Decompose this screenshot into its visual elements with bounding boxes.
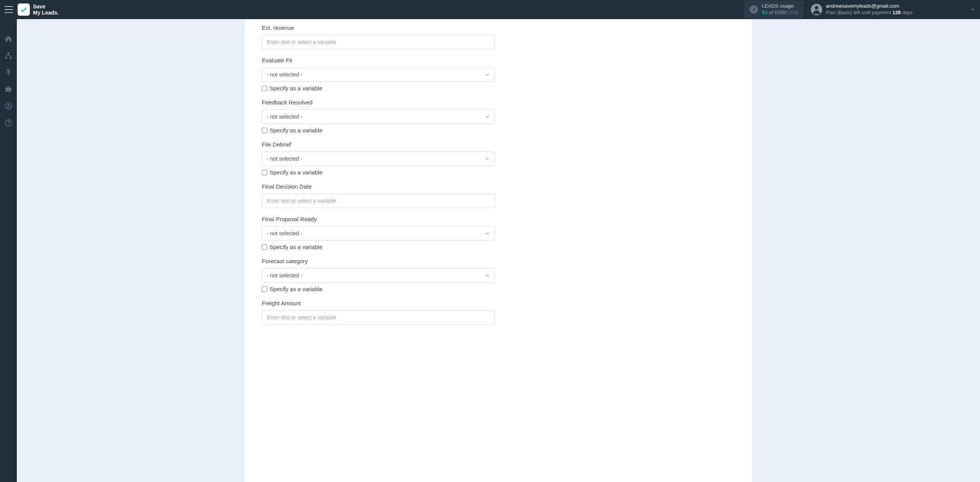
specify-variable-checkbox-feedback_resolved[interactable]	[262, 128, 267, 133]
user-email: andrewsavemyleads@gmail.com	[826, 3, 913, 10]
specify-variable-row-feedback_resolved: Specify as a variable	[262, 127, 495, 134]
input-est_revenue[interactable]	[262, 35, 495, 49]
sitemap-icon	[5, 52, 12, 59]
sidebar-item-connections[interactable]	[4, 51, 13, 60]
specify-variable-label-final_proposal[interactable]: Specify as a variable	[270, 244, 322, 250]
usage-label: LEADS usage:	[762, 3, 798, 10]
input-final_decision[interactable]	[262, 194, 495, 208]
field-label-forecast_cat: Forecast category	[262, 258, 495, 264]
svg-point-6	[8, 104, 10, 106]
field-final_proposal: Final Proposal Ready- not selected -Spec…	[262, 216, 495, 250]
logo-mark	[18, 3, 30, 16]
page: Est. revenueEvaluate Fit- not selected -…	[17, 0, 980, 482]
svg-rect-3	[10, 57, 11, 59]
svg-rect-2	[5, 57, 7, 59]
input-freight_amount[interactable]	[262, 310, 495, 325]
top-navbar: Save My Leads. i LEADS usage: 53 of 5'00…	[0, 0, 980, 19]
specify-variable-checkbox-file_debrief[interactable]	[262, 170, 267, 175]
field-forecast_cat: Forecast category- not selected -Specify…	[262, 258, 495, 292]
specify-variable-checkbox-forecast_cat[interactable]	[262, 287, 267, 292]
chevron-down-icon	[970, 7, 975, 12]
user-text: andrewsavemyleads@gmail.com Plan |Basic|…	[826, 3, 913, 16]
hamburger-menu[interactable]	[5, 6, 13, 13]
field-file_debrief: File Debrief- not selected -Specify as a…	[262, 141, 495, 176]
plan-days: 128	[892, 10, 901, 15]
plan-name: Basic	[839, 10, 851, 15]
field-label-final_decision: Final Decision Date	[262, 183, 495, 190]
usage-text: LEADS usage: 53 of 5'000 (1%)	[762, 3, 798, 16]
specify-variable-label-file_debrief[interactable]: Specify as a variable	[270, 169, 322, 176]
svg-point-0	[815, 6, 818, 10]
select-forecast_cat[interactable]: - not selected -	[262, 268, 495, 283]
specify-variable-row-final_proposal: Specify as a variable	[262, 244, 495, 250]
field-label-evaluate_fit: Evaluate Fit	[262, 57, 495, 64]
field-est_revenue: Est. revenue	[262, 24, 495, 49]
field-evaluate_fit: Evaluate Fit- not selected -Specify as a…	[262, 57, 495, 91]
plan-prefix: Plan |	[826, 10, 839, 15]
content-card: Est. revenueEvaluate Fit- not selected -…	[245, 19, 752, 482]
select-final_proposal[interactable]: - not selected -	[262, 226, 495, 241]
user-icon	[811, 4, 822, 15]
brand-line-2: My Leads.	[33, 10, 59, 16]
sidebar-item-work[interactable]	[4, 85, 13, 93]
select-wrap-final_proposal: - not selected -	[262, 226, 495, 241]
specify-variable-label-forecast_cat[interactable]: Specify as a variable	[270, 286, 322, 292]
form-block: Est. revenueEvaluate Fit- not selected -…	[262, 24, 495, 325]
sidebar-item-billing[interactable]	[4, 68, 13, 77]
specify-variable-row-forecast_cat: Specify as a variable	[262, 286, 495, 292]
svg-rect-4	[6, 88, 11, 92]
usage-max: 5'000	[774, 10, 786, 15]
home-icon	[5, 35, 12, 42]
field-label-freight_amount: Freight Amount	[262, 300, 495, 306]
briefcase-icon	[5, 85, 12, 93]
sidebar-item-account[interactable]	[4, 102, 13, 110]
select-wrap-feedback_resolved: - not selected -	[262, 109, 495, 124]
question-icon	[5, 119, 12, 127]
plan-days-suffix: days	[901, 10, 913, 15]
select-wrap-forecast_cat: - not selected -	[262, 268, 495, 283]
field-label-est_revenue: Est. revenue	[262, 24, 495, 31]
select-feedback_resolved[interactable]: - not selected -	[262, 109, 495, 124]
leads-usage-pill[interactable]: i LEADS usage: 53 of 5'000 (1%)	[744, 1, 804, 18]
field-feedback_resolved: Feedback Resolved- not selected -Specify…	[262, 99, 495, 134]
select-wrap-evaluate_fit: - not selected -	[262, 67, 495, 82]
select-evaluate_fit[interactable]: - not selected -	[262, 67, 495, 82]
field-freight_amount: Freight Amount	[262, 300, 495, 325]
specify-variable-label-evaluate_fit[interactable]: Specify as a variable	[270, 85, 322, 91]
specify-variable-checkbox-final_proposal[interactable]	[262, 244, 267, 250]
specify-variable-label-feedback_resolved[interactable]: Specify as a variable	[270, 127, 322, 134]
specify-variable-row-file_debrief: Specify as a variable	[262, 169, 495, 176]
svg-point-8	[8, 124, 9, 125]
info-icon: i	[750, 5, 758, 14]
sidebar-item-help[interactable]	[4, 119, 13, 127]
field-label-file_debrief: File Debrief	[262, 141, 495, 148]
sidebar-item-home[interactable]	[4, 34, 13, 43]
usage-of-word: of	[769, 10, 773, 15]
usage-current: 53	[762, 10, 767, 15]
select-file_debrief[interactable]: - not selected -	[262, 151, 495, 166]
field-label-feedback_resolved: Feedback Resolved	[262, 99, 495, 106]
specify-variable-row-evaluate_fit: Specify as a variable	[262, 85, 495, 91]
field-final_decision: Final Decision Date	[262, 183, 495, 208]
user-plan-line: Plan |Basic| left until payment 128 days	[826, 10, 913, 16]
avatar	[811, 4, 822, 15]
logo[interactable]: Save My Leads.	[18, 3, 59, 16]
select-wrap-file_debrief: - not selected -	[262, 151, 495, 166]
specify-variable-checkbox-evaluate_fit[interactable]	[262, 86, 267, 91]
user-menu[interactable]: andrewsavemyleads@gmail.com Plan |Basic|…	[811, 3, 975, 16]
svg-rect-1	[8, 52, 10, 54]
brand-line-1: Save	[33, 3, 59, 10]
left-sidebar	[0, 19, 17, 482]
field-label-final_proposal: Final Proposal Ready	[262, 216, 495, 222]
dollar-icon	[5, 68, 12, 76]
usage-pct: (1%)	[788, 10, 798, 15]
logo-text: Save My Leads.	[33, 3, 59, 16]
plan-mid: | left until payment	[851, 10, 892, 15]
user-circle-icon	[5, 102, 12, 110]
check-icon	[20, 6, 28, 13]
